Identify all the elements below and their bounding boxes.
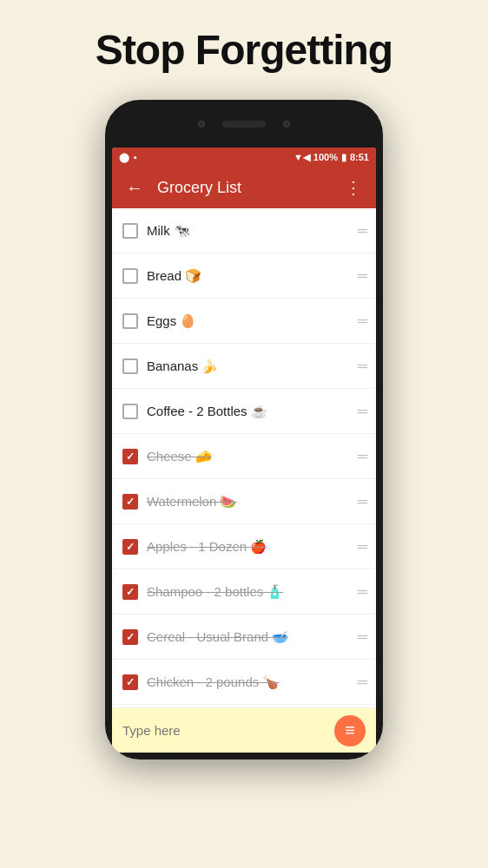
item-text: Watermelon 🍉	[147, 494, 349, 510]
drag-handle-icon[interactable]: ═	[358, 404, 366, 418]
back-button[interactable]: ←	[122, 174, 147, 201]
list-item: Apples - 1 Dozen 🍎═	[112, 524, 376, 569]
list-item: Cereal - Usual Brand 🥣═	[112, 615, 376, 660]
type-input[interactable]	[122, 723, 326, 738]
add-item-button[interactable]: ≡	[334, 715, 366, 746]
drag-handle-icon[interactable]: ═	[358, 675, 366, 689]
item-text: Chicken - 2 pounds 🍗	[147, 674, 349, 690]
item-text: Coffee - 2 Bottles ☕	[147, 404, 349, 419]
list-item: Coffee - 2 Bottles ☕═	[112, 389, 376, 434]
item-text: Shampoo - 2 bottles 🧴	[147, 584, 349, 600]
phone-top-bar	[105, 100, 383, 148]
app-bar: ← Grocery List ⋮	[112, 167, 376, 208]
drag-handle-icon[interactable]: ═	[358, 540, 366, 554]
item-checkbox[interactable]	[122, 404, 138, 419]
item-text: Eggs 🥚	[147, 313, 349, 329]
item-checkbox[interactable]	[122, 584, 138, 600]
item-checkbox[interactable]	[122, 449, 138, 464]
item-checkbox[interactable]	[122, 313, 138, 329]
item-checkbox[interactable]	[122, 629, 138, 645]
status-left: ⬤ ▪	[119, 152, 137, 163]
drag-handle-icon[interactable]: ═	[358, 224, 366, 238]
app-bar-title: Grocery List	[157, 179, 331, 197]
status-bar: ⬤ ▪ ▼◀ 100% ▮ 8:51	[112, 148, 376, 167]
phone-device: ⬤ ▪ ▼◀ 100% ▮ 8:51 ← Grocery List ⋮ Milk	[105, 100, 383, 760]
item-text: Cereal - Usual Brand 🥣	[147, 629, 349, 645]
speaker-icon	[222, 121, 266, 128]
item-text: Bananas 🍌	[147, 358, 349, 374]
grocery-list: Milk 🐄═Bread 🍞═Eggs 🥚═Bananas 🍌═Coffee -…	[112, 208, 376, 707]
list-item: Bread 🍞═	[112, 253, 376, 299]
drag-handle-icon[interactable]: ═	[358, 495, 366, 509]
list-item: Chicken - 2 pounds 🍗═	[112, 660, 376, 705]
add-list-icon: ≡	[345, 720, 355, 740]
drag-handle-icon[interactable]: ═	[358, 269, 366, 283]
battery-percent: 100%	[313, 152, 338, 162]
list-item: Bananas 🍌═	[112, 344, 376, 389]
item-text: Cheese 🧀	[147, 449, 349, 464]
battery-icon: ▮	[341, 152, 346, 163]
list-item: Shampoo - 2 bottles 🧴═	[112, 569, 376, 615]
list-item: Watermelon 🍉═	[112, 479, 376, 524]
list-item: Cheese 🧀═	[112, 434, 376, 479]
menu-button[interactable]: ⋮	[341, 174, 366, 201]
drag-handle-icon[interactable]: ═	[358, 585, 366, 599]
item-text: Milk 🐄	[147, 223, 349, 239]
drag-handle-icon[interactable]: ═	[358, 630, 366, 644]
drag-handle-icon[interactable]: ═	[358, 314, 366, 328]
item-checkbox[interactable]	[122, 674, 138, 690]
item-text: Bread 🍞	[147, 268, 349, 284]
camera-front-icon	[283, 121, 290, 128]
page-headline: Stop Forgetting	[96, 26, 392, 74]
camera-icon	[198, 121, 205, 128]
recording-icon: ⬤	[119, 152, 129, 163]
drag-handle-icon[interactable]: ═	[358, 359, 366, 373]
sim-icon: ▪	[134, 152, 137, 162]
status-right: ▼◀ 100% ▮ 8:51	[293, 152, 369, 163]
item-checkbox[interactable]	[122, 268, 138, 284]
item-text: Apples - 1 Dozen 🍎	[147, 539, 349, 555]
item-checkbox[interactable]	[122, 494, 138, 510]
time-display: 8:51	[350, 152, 369, 162]
phone-shell: ⬤ ▪ ▼◀ 100% ▮ 8:51 ← Grocery List ⋮ Milk	[105, 100, 383, 760]
list-item: Eggs 🥚═	[112, 299, 376, 344]
drag-handle-icon[interactable]: ═	[358, 450, 366, 464]
item-checkbox[interactable]	[122, 223, 138, 239]
item-checkbox[interactable]	[122, 358, 138, 374]
bottom-input-bar: ≡	[112, 707, 376, 753]
phone-screen: ⬤ ▪ ▼◀ 100% ▮ 8:51 ← Grocery List ⋮ Milk	[112, 148, 376, 753]
item-checkbox[interactable]	[122, 539, 138, 555]
wifi-icon: ▼◀	[293, 152, 310, 163]
list-item: Milk 🐄═	[112, 208, 376, 253]
